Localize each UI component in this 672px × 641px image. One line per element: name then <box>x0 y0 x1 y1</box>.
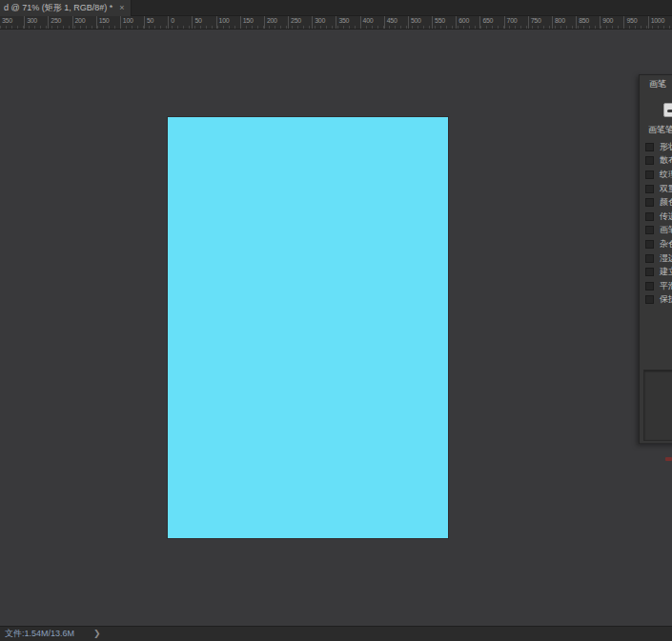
document-tab[interactable]: d @ 71% (矩形 1, RGB/8#) * × <box>0 0 132 16</box>
ruler-tick-label: 200 <box>75 17 86 24</box>
brush-stroke-preview <box>643 370 672 441</box>
brush-option-row[interactable]: 传递 <box>640 210 672 224</box>
brush-option-row[interactable]: 杂色 <box>640 237 672 251</box>
ruler-tick-label: 1000 <box>651 17 664 24</box>
ruler-tick: 300 <box>312 16 336 29</box>
ruler-tick-label: 250 <box>51 17 61 24</box>
checkbox-icon[interactable] <box>645 282 654 290</box>
brush-option-label: 杂色 <box>660 238 672 250</box>
checkbox-icon[interactable] <box>645 240 654 249</box>
ruler-tick-label: 150 <box>99 17 110 24</box>
photoshop-window: d @ 71% (矩形 1, RGB/8#) * × 3503002502001… <box>0 0 672 641</box>
ruler-tick: 200 <box>264 16 288 29</box>
ruler-tick: 500 <box>408 16 432 29</box>
ruler-tick: 750 <box>528 16 552 29</box>
ruler-tick-label: 400 <box>363 17 374 24</box>
panel-footer-dot-icon <box>665 457 672 461</box>
ruler-tick: 200 <box>72 16 96 29</box>
brush-panel-body: 画笔笔尖形状 形状动态散布纹理双重画笔颜色动态传递画笔笔势杂色湿边建立平滑保护纹… <box>640 93 672 444</box>
brush-option-row[interactable]: 湿边 <box>640 251 672 266</box>
ruler-tick: 350 <box>0 16 24 29</box>
ruler-tick: 50 <box>144 16 168 29</box>
checkbox-icon[interactable] <box>645 156 654 165</box>
checkbox-icon[interactable] <box>645 268 654 276</box>
ruler-tick-label: 800 <box>555 17 565 24</box>
ruler-tick-label: 950 <box>626 17 637 24</box>
ruler-tick: 150 <box>96 16 120 29</box>
ruler-tick-label: 750 <box>531 17 541 24</box>
status-expander-chevron-icon[interactable]: ❯ <box>93 629 101 638</box>
ruler-tick-label: 450 <box>387 17 397 24</box>
brush-panel-tab-label: 画笔 <box>649 78 666 90</box>
rectangle-shape-layer[interactable] <box>168 117 448 538</box>
ruler-tick: 900 <box>600 16 623 29</box>
brush-option-label: 双重画笔 <box>660 183 672 195</box>
brush-tip-shape-row[interactable]: 画笔笔尖形状 <box>640 123 672 136</box>
canvas-area[interactable] <box>0 30 672 626</box>
brush-option-label: 画笔笔势 <box>660 224 672 236</box>
ruler-tick-label: 350 <box>338 17 349 24</box>
checkbox-icon[interactable] <box>645 185 654 193</box>
brush-option-label: 散布 <box>660 154 672 167</box>
ruler-tick: 250 <box>48 16 71 29</box>
document-tab-bar: d @ 71% (矩形 1, RGB/8#) * × <box>0 0 672 16</box>
brush-option-label: 保护纹理 <box>660 293 672 306</box>
ruler-tick-label: 300 <box>27 17 37 24</box>
brush-panel: 画笔 画笔笔尖形状 形状动态散布纹理双重画笔颜色动态传递画笔笔势杂色湿边建立平滑… <box>639 74 672 444</box>
ruler-tick-label: 550 <box>435 17 445 24</box>
checkbox-icon[interactable] <box>645 254 654 263</box>
brush-option-row[interactable]: 平滑 <box>640 279 672 293</box>
checkbox-icon[interactable] <box>645 170 654 179</box>
ruler-tick: 100 <box>120 16 144 29</box>
checkbox-icon[interactable] <box>645 226 654 234</box>
brush-option-row[interactable]: 散布 <box>640 154 672 169</box>
brush-option-row[interactable]: 保护纹理 <box>640 293 672 308</box>
ruler-tick: 800 <box>552 16 576 29</box>
checkbox-icon[interactable] <box>645 198 654 207</box>
brush-tip-shape-label: 画笔笔尖形状 <box>648 124 672 136</box>
horizontal-ruler[interactable]: 3503002502001501005005010015020025030035… <box>0 16 672 30</box>
brush-option-row[interactable]: 形状动态 <box>640 140 672 154</box>
ruler-tick: 400 <box>360 16 384 29</box>
brush-option-label: 形状动态 <box>660 141 672 153</box>
ruler-tick-label: 150 <box>243 17 254 24</box>
checkbox-icon[interactable] <box>645 212 654 221</box>
ruler-tick-label: 100 <box>219 17 230 24</box>
brush-stroke-icon <box>667 110 672 112</box>
ruler-tick-label: 300 <box>315 17 325 24</box>
ruler-tick: 600 <box>456 16 479 29</box>
brush-option-row[interactable]: 颜色动态 <box>640 195 672 210</box>
ruler-tick: 950 <box>623 16 647 29</box>
brush-option-label: 建立 <box>660 266 672 278</box>
ruler-tick-label: 350 <box>2 17 12 24</box>
brush-option-row[interactable]: 建立 <box>640 265 672 279</box>
ruler-tick: 650 <box>479 16 503 29</box>
ruler-tick-label: 700 <box>507 17 518 24</box>
ruler-tick: 350 <box>336 16 359 29</box>
ruler-tick-label: 0 <box>171 17 174 24</box>
checkbox-icon[interactable] <box>645 295 654 304</box>
ruler-tick-label: 900 <box>602 17 613 24</box>
ruler-tick-label: 650 <box>482 17 493 24</box>
brush-panel-footer <box>640 443 672 463</box>
ruler-tick-label: 850 <box>579 17 589 24</box>
checkbox-icon[interactable] <box>645 143 654 151</box>
ruler-tick-label: 50 <box>147 17 153 24</box>
brush-option-row[interactable]: 纹理 <box>640 168 672 182</box>
status-bar: 文件:1.54M/13.6M ❯ <box>0 626 672 641</box>
brush-option-label: 颜色动态 <box>660 196 672 209</box>
brush-stroke-thumbnail-button[interactable] <box>663 103 672 117</box>
brush-option-label: 传递 <box>660 210 672 223</box>
brush-option-label: 纹理 <box>660 169 672 181</box>
ruler-tick-label: 250 <box>291 17 301 24</box>
ruler-tick-label: 100 <box>123 17 133 24</box>
brush-option-row[interactable]: 双重画笔 <box>640 182 672 196</box>
brush-panel-tab[interactable]: 画笔 <box>640 75 672 93</box>
brush-option-row[interactable]: 画笔笔势 <box>640 224 672 238</box>
brush-option-label: 湿边 <box>660 252 672 265</box>
ruler-tick-label: 600 <box>458 17 469 24</box>
ruler-tick: 50 <box>192 16 215 29</box>
close-icon[interactable]: × <box>119 4 124 12</box>
ruler-tick-label: 500 <box>411 17 421 24</box>
brush-options-list: 形状动态散布纹理双重画笔颜色动态传递画笔笔势杂色湿边建立平滑保护纹理 <box>640 140 672 307</box>
